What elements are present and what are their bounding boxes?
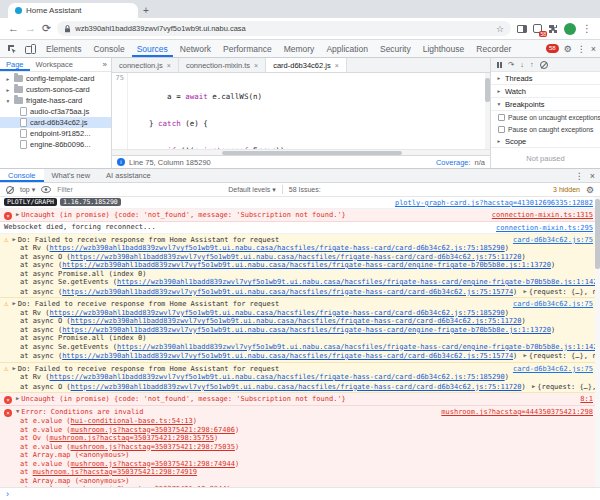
drawer-tab-whats-new[interactable]: What's new — [44, 169, 99, 182]
object-preview[interactable]: {request: {…}, response: {…}} — [537, 383, 600, 391]
stack-link[interactable]: https://wzb390ahl1badd839zwvl7vyf5o1wb9t… — [62, 261, 551, 269]
tree-folder[interactable]: ▸config-template-card — [0, 73, 111, 84]
object-preview[interactable]: {request: {…}, response: {…}} — [529, 288, 600, 296]
tree-file[interactable]: endpoint-9f1852... — [0, 128, 111, 139]
expand-icon[interactable]: ▶ — [13, 364, 16, 373]
browser-tab[interactable]: Home Assistant — [8, 3, 138, 18]
editor-tab[interactable]: connection.js× — [112, 58, 179, 72]
stack-link[interactable]: mushroom.js?hacstag=350375421:12:9844 — [71, 485, 227, 487]
drawer-tab-ai-assistance[interactable]: AI assistance — [98, 169, 159, 182]
console-messages[interactable]: PLOTLY/GRAPH1.16.75.185290 plotly-graph-… — [0, 197, 600, 487]
expand-icon[interactable]: ▶ — [13, 299, 16, 308]
source-link[interactable]: connection-mixin.ts:295 — [491, 224, 593, 233]
inspect-icon[interactable] — [4, 44, 20, 54]
section-threads[interactable]: ▸Threads — [491, 72, 600, 85]
close-icon[interactable]: × — [167, 62, 171, 69]
tree-folder-open[interactable]: ▾frigate-hass-card — [0, 95, 111, 106]
back-icon[interactable]: ← — [8, 23, 19, 34]
expand-icon[interactable]: ▶ — [16, 210, 19, 219]
stack-link[interactable]: https://wzb390ahl1badd839zwvl7vyf5o1wb9t… — [71, 317, 522, 325]
stack-link[interactable]: mushroom.js?hacstag=350375421:298:74944 — [71, 460, 235, 468]
source-link[interactable]: connection-mixin.ts:1315 — [487, 211, 593, 220]
stack-link[interactable]: mushroom.js?hacstag=350375421:298:35755 — [50, 434, 214, 442]
new-tab-button[interactable]: + — [138, 3, 154, 18]
address-bar[interactable]: wzb390ahl1badd839zwvl7vyf5o1wb9t.ui.nabu… — [57, 21, 511, 36]
tree-folder[interactable]: ▸custom-sonos-card — [0, 84, 111, 95]
side-panel-icon[interactable] — [517, 25, 527, 33]
tab-console[interactable]: Console — [88, 40, 129, 57]
devtools-menu-icon[interactable]: ⋮ — [577, 44, 586, 54]
forward-icon[interactable]: → — [25, 23, 36, 34]
browser-menu-icon[interactable]: ⋮ — [582, 24, 592, 34]
console-prompt[interactable]: › — [0, 487, 600, 500]
context-selector[interactable]: top▾ — [20, 186, 35, 194]
stack-link[interactable]: https://wzb390ahl1badd839zwvl7vyf5o1wb9t… — [50, 309, 505, 317]
tab-performance[interactable]: Performance — [218, 40, 277, 57]
stack-link[interactable]: mushroom.js?hacstag=350375421:298:74919 — [33, 468, 197, 476]
section-breakpoints[interactable]: ▾Breakpoints — [491, 98, 600, 111]
editor-tab[interactable]: connection-mixin.ts× — [179, 58, 266, 72]
object-preview[interactable]: {request: {…}, response: {…}} — [529, 352, 600, 360]
pause-uncaught-row[interactable]: Pause on uncaught exceptions — [491, 111, 600, 123]
bookmark-star-icon[interactable]: ☆ — [496, 24, 504, 34]
stack-link[interactable]: mushroom.js?hacstag=350375421:298:67406 — [71, 426, 235, 434]
stack-link[interactable]: https://wzb390ahl1badd839zwvl7vyf5o1wb9t… — [117, 278, 600, 286]
reload-icon[interactable]: ⟳ — [42, 23, 51, 34]
drawer-menu-icon[interactable]: ⋮ — [575, 171, 584, 181]
extension-icon[interactable]: 58 — [533, 24, 542, 33]
coverage-link[interactable]: Coverage: — [436, 158, 471, 167]
stack-link[interactable]: https://wzb390ahl1badd839zwvl7vyf5o1wb9t… — [50, 373, 505, 381]
step-out-icon[interactable]: ↑ — [530, 60, 534, 69]
stack-link[interactable]: https://wzb390ahl1badd839zwvl7vyf5o1wb9t… — [50, 244, 505, 252]
profile-avatar[interactable] — [564, 23, 576, 35]
source-link[interactable]: card-d6b34c62.js:75 — [508, 236, 593, 245]
stack-link[interactable]: https://wzb390ahl1badd839zwvl7vyf5o1wb9t… — [71, 253, 522, 261]
tab-application[interactable]: Application — [321, 40, 373, 57]
editor-tab-active[interactable]: card-d6b34c62.js× — [266, 58, 347, 72]
navigator-tab-workspace[interactable]: Workspace — [30, 58, 79, 71]
eye-icon[interactable] — [41, 186, 51, 193]
tab-elements[interactable]: Elements — [41, 40, 86, 57]
deactivate-breakpoints-icon[interactable] — [540, 61, 548, 69]
section-watch[interactable]: ▸Watch — [491, 85, 600, 98]
extensions-puzzle-icon[interactable] — [548, 24, 558, 34]
source-link[interactable]: 8:1 — [575, 395, 593, 404]
stack-link[interactable]: https://wzb390ahl1badd839zwvl7vyf5o1wb9t… — [62, 288, 513, 296]
pause-caught-row[interactable]: Pause on caught exceptions — [491, 123, 600, 135]
log-level-selector[interactable]: Default levels▾ — [228, 186, 276, 194]
stack-link[interactable]: https://wzb390ahl1badd839zwvl7vyf5o1wb9t… — [62, 352, 513, 360]
navigator-more-icon[interactable]: » — [99, 60, 111, 69]
expand-icon[interactable]: ▶ — [16, 394, 19, 403]
source-link[interactable]: plotly-graph-card.js?hacstag=41301269633… — [390, 199, 593, 208]
expand-icon[interactable]: ▶ — [532, 382, 535, 391]
source-link[interactable]: card-d6b34c62.js:75 — [508, 365, 593, 374]
step-over-icon[interactable]: ↷ — [508, 60, 514, 69]
checkbox[interactable] — [498, 114, 505, 121]
source-link[interactable]: mushroom.js?hacstag=444350375421:298 — [436, 408, 593, 417]
code-area[interactable]: 75 a = await e.callWS(n) } catch (e) { i… — [112, 73, 490, 149]
collapse-icon[interactable]: ▼ — [16, 407, 19, 416]
drawer-close-icon[interactable]: × — [590, 171, 595, 181]
pause-icon[interactable] — [497, 62, 502, 68]
expand-icon[interactable]: ▶ — [13, 235, 16, 244]
issues-counter[interactable]: 58 Issues: — [289, 186, 321, 193]
stack-link[interactable]: https://wzb390ahl1badd839zwvl7vyf5o1wb9t… — [71, 383, 522, 391]
error-count-badge[interactable]: 58 — [546, 44, 559, 53]
close-icon[interactable]: × — [335, 62, 339, 69]
checkbox[interactable] — [498, 126, 505, 133]
stack-link[interactable]: mushroom.js?hacstag=350375421:298:75035 — [71, 443, 235, 451]
section-scope[interactable]: ▸Scope — [491, 135, 600, 148]
step-into-icon[interactable]: ↓ — [520, 60, 524, 69]
navigator-tab-page[interactable]: Page — [0, 58, 30, 71]
stack-link[interactable]: https://wzb390ahl1badd839zwvl7vyf5o1wb9t… — [117, 343, 600, 351]
tab-memory[interactable]: Memory — [279, 40, 320, 57]
console-scrollbar[interactable] — [595, 197, 600, 487]
settings-gear-icon[interactable]: ⚙ — [564, 44, 572, 54]
tree-file-selected[interactable]: card-d6b34c62.js — [0, 117, 111, 128]
tab-recorder[interactable]: Recorder — [471, 40, 516, 57]
devtools-close-icon[interactable]: × — [591, 44, 596, 54]
console-settings-gear-icon[interactable]: ⚙ — [586, 185, 594, 195]
tab-security[interactable]: Security — [375, 40, 416, 57]
tab-sources[interactable]: Sources — [132, 40, 173, 57]
stack-link[interactable]: hui-conditional-base.ts:54:13 — [71, 417, 193, 425]
